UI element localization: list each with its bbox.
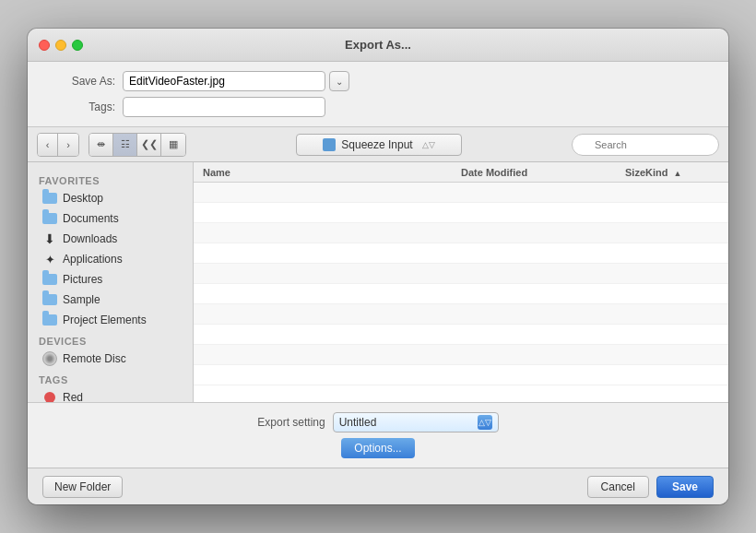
sidebar-item-sample-label: Sample: [63, 293, 100, 306]
tags-section-label: Tags: [28, 369, 193, 387]
tags-input[interactable]: [123, 97, 325, 117]
table-row: [194, 304, 728, 325]
list-view-button[interactable]: ☷: [113, 134, 137, 156]
minimize-button[interactable]: [55, 40, 66, 51]
table-row: [194, 325, 728, 345]
table-row: [194, 203, 728, 223]
expand-button[interactable]: ⌄: [329, 71, 349, 91]
remote-disc-icon: [42, 351, 57, 366]
search-wrapper: ⚲: [572, 134, 719, 156]
save-as-label: Save As:: [46, 75, 115, 88]
table-row: [194, 264, 728, 284]
nav-buttons: ‹ ›: [37, 133, 79, 157]
table-row: [194, 365, 728, 385]
col-size-header: Size: [590, 167, 645, 178]
sidebar-item-tag-red-label: Red: [63, 391, 83, 402]
sidebar-item-pictures[interactable]: Pictures: [31, 269, 189, 290]
main-content: Favorites Desktop Documents ⬇ Downloads: [28, 162, 728, 402]
bottom-actions: Cancel Save: [587, 476, 714, 498]
sidebar-item-downloads[interactable]: ⬇ Downloads: [31, 229, 189, 249]
sort-arrow-icon: ▲: [674, 169, 682, 178]
table-row: [194, 345, 728, 365]
options-button[interactable]: Options...: [341, 438, 414, 458]
sample-icon: [42, 292, 57, 307]
col-name-header: Name: [203, 167, 461, 178]
new-folder-button[interactable]: New Folder: [42, 476, 123, 498]
location-folder-icon: [323, 138, 336, 151]
table-row: [194, 223, 728, 243]
sidebar-item-applications[interactable]: ✦ Applications: [31, 249, 189, 269]
table-row: [194, 183, 728, 203]
sidebar-item-documents[interactable]: Documents: [31, 208, 189, 229]
sidebar: Favorites Desktop Documents ⬇ Downloads: [28, 162, 194, 402]
export-dropdown-value: Untitled: [339, 416, 377, 429]
export-setting-row: Export setting Untitled △▽: [257, 412, 498, 432]
cancel-button[interactable]: Cancel: [587, 476, 649, 498]
col-kind-header: Kind ▲: [645, 167, 719, 178]
bottom-bar: New Folder Cancel Save: [28, 468, 728, 504]
sidebar-item-documents-label: Documents: [63, 212, 119, 225]
search-input[interactable]: [572, 134, 719, 156]
title-bar: Export As...: [28, 29, 728, 62]
pictures-icon: [42, 272, 57, 287]
close-button[interactable]: [39, 40, 50, 51]
export-setting-dropdown[interactable]: Untitled △▽: [333, 412, 499, 432]
tags-row: Tags:: [46, 97, 710, 117]
view-buttons: ⇼ ☷ ❮❮ ▦: [89, 133, 186, 157]
save-button[interactable]: Save: [656, 476, 714, 498]
location-arrow-icon: △▽: [422, 140, 435, 149]
sidebar-item-project-elements-label: Project Elements: [63, 314, 147, 326]
downloads-icon: ⬇: [42, 231, 57, 246]
location-dropdown[interactable]: Squeeze Input △▽: [296, 134, 462, 156]
devices-section-label: Devices: [28, 330, 193, 349]
table-row: [194, 243, 728, 264]
tag-red-icon: [42, 390, 57, 402]
sidebar-item-remote-disc-label: Remote Disc: [63, 352, 126, 365]
sidebar-item-sample[interactable]: Sample: [31, 290, 189, 310]
save-as-input[interactable]: [123, 71, 325, 91]
export-section: Export setting Untitled △▽ Options...: [28, 402, 728, 468]
desktop-icon: [42, 191, 57, 206]
window-title: Export As...: [345, 38, 411, 52]
sidebar-item-desktop-label: Desktop: [63, 192, 103, 205]
sidebar-item-downloads-label: Downloads: [63, 232, 117, 245]
project-elements-icon: [42, 313, 57, 327]
save-as-row: Save As: ⌄: [46, 71, 710, 91]
sidebar-item-applications-label: Applications: [63, 253, 123, 266]
options-row: Options...: [341, 438, 414, 458]
table-row: [194, 284, 728, 304]
sidebar-item-remote-disc[interactable]: Remote Disc: [31, 349, 189, 369]
gallery-view-button[interactable]: ▦: [161, 134, 185, 156]
toolbar: ‹ › ⇼ ☷ ❮❮ ▦ Squeeze Input △▽ ⚲: [28, 127, 728, 162]
file-list[interactable]: Name Date Modified Size Kind ▲: [194, 162, 728, 402]
maximize-button[interactable]: [72, 40, 83, 51]
applications-icon: ✦: [42, 252, 57, 266]
tags-label: Tags:: [46, 101, 115, 113]
top-section: Save As: ⌄ Tags:: [28, 62, 728, 127]
back-button[interactable]: ‹: [38, 134, 58, 156]
column-view-button[interactable]: ❮❮: [137, 134, 161, 156]
export-setting-label: Export setting: [257, 416, 325, 429]
col-date-header: Date Modified: [461, 167, 590, 178]
export-dialog: Export As... Save As: ⌄ Tags: ‹ › ⇼ ☷ ❮❮…: [28, 29, 728, 504]
forward-button[interactable]: ›: [58, 134, 78, 156]
sidebar-item-desktop[interactable]: Desktop: [31, 188, 189, 208]
sidebar-item-project-elements[interactable]: Project Elements: [31, 310, 189, 330]
icon-view-button[interactable]: ⇼: [89, 134, 113, 156]
export-dropdown-arrow-icon: △▽: [478, 415, 492, 430]
traffic-lights: [39, 40, 83, 51]
sidebar-item-pictures-label: Pictures: [63, 273, 102, 286]
favorites-section-label: Favorites: [28, 170, 193, 188]
documents-icon: [42, 211, 57, 226]
location-text: Squeeze Input: [341, 138, 412, 151]
sidebar-item-tag-red[interactable]: Red: [31, 387, 189, 402]
file-list-header: Name Date Modified Size Kind ▲: [194, 162, 728, 183]
